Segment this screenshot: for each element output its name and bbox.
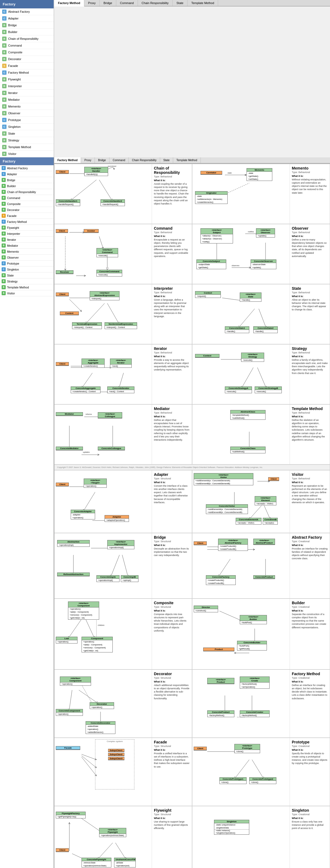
sidebar-item-strategy[interactable]: BStrategy	[0, 137, 54, 144]
sidebar-item-label: Mediator	[7, 244, 18, 247]
tab-bridge[interactable]: Bridge	[95, 157, 110, 163]
sidebar-item-decorator[interactable]: BDecorator	[0, 207, 54, 213]
interpreter-diag: Client Context «interface»AbstractExpres…	[55, 284, 152, 344]
tab-chain-responsibility[interactable]: Chain Responsibility	[138, 0, 173, 6]
concobs-box: ConcreteObserver -observerState +update(…	[250, 259, 276, 269]
sidebar-item-iterator[interactable]: BIterator	[0, 237, 54, 243]
sidebar-item-label: Facade	[7, 214, 17, 217]
sidebar-item-mediator[interactable]: BMediator	[0, 243, 54, 249]
tab-template-method[interactable]: Template Method	[187, 0, 218, 6]
sidebar-item-label: Memento	[7, 250, 19, 253]
sidebar-badge: B	[2, 152, 6, 156]
svg-line-24	[259, 309, 266, 327]
sidebar-item-memento[interactable]: BMemento	[0, 249, 54, 255]
svg-text:updates: updates	[83, 451, 90, 453]
adapter-cell: Client «interface»«Target» +operation() …	[54, 470, 192, 533]
tab-chain-responsibility[interactable]: Chain Responsibility	[129, 157, 160, 163]
sidebar-item-flyweight[interactable]: BFlyweight	[0, 225, 54, 231]
abstractfactory-box: «interface»AbstractFactory +createProduc…	[218, 539, 248, 551]
sidebar-item-prototype[interactable]: CPrototype	[0, 260, 54, 267]
sidebar-item-template-method[interactable]: BTemplate Method	[0, 284, 54, 290]
sidebar-label: Composite	[8, 51, 23, 54]
svg-line-23	[240, 309, 255, 327]
tab-command[interactable]: Command	[116, 0, 138, 6]
sidebar-item-iterator[interactable]: BIterator	[0, 90, 54, 96]
af-client: Client	[194, 541, 207, 545]
sidebar-item-observer[interactable]: BObserver	[0, 110, 54, 117]
sidebar-item-label: Command	[7, 196, 20, 199]
sidebar-item-state[interactable]: BState	[0, 273, 54, 278]
sidebar-item-mediator[interactable]: BMediator	[0, 96, 54, 103]
sidebar-label: Prototype	[8, 118, 21, 122]
receiver-box: Receiver	[56, 270, 73, 274]
tab-factory-method[interactable]: Factory Method	[54, 0, 84, 6]
sidebar-item-facade[interactable]: SFacade	[0, 63, 54, 69]
sidebar-item-prototype[interactable]: CPrototype	[0, 117, 54, 124]
tab-factory-method[interactable]: Factory Method	[54, 157, 81, 163]
sidebar-item-command[interactable]: BCommand	[0, 42, 54, 49]
tabs-bar: Factory MethodProxyBridgeCommandChain Re…	[54, 157, 330, 163]
sidebar-item-singleton[interactable]: CSingleton	[0, 124, 54, 130]
sidebar-item-decorator[interactable]: BDecorator	[0, 56, 54, 63]
sidebar-item-visitor[interactable]: BVisitor	[0, 151, 54, 157]
sidebar-item-command[interactable]: BCommand	[0, 195, 54, 201]
concreteclass-box: ConcreteClass +subMethod()	[230, 446, 266, 453]
sidebar-item-bridge[interactable]: BBridge	[0, 22, 54, 29]
tab-proxy[interactable]: Proxy	[81, 157, 95, 163]
sidebar-item-template-method[interactable]: BTemplate Method	[0, 144, 54, 151]
sidebar-item-singleton[interactable]: CSingleton	[0, 267, 54, 273]
builder-info: Builder Type: Creational What it is: Sep…	[290, 599, 330, 669]
sidebar-item-label: Bridge	[7, 179, 15, 182]
sidebar-item-factory-method[interactable]: CFactory Method	[0, 219, 54, 225]
sidebar-item-builder[interactable]: BBuilder	[0, 183, 54, 189]
sidebar-item-chain-of-responsibility[interactable]: BChain of Responsibility	[0, 189, 54, 195]
sidebar-label: Flyweight	[8, 78, 21, 81]
sidebar-item-memento[interactable]: BMemento	[0, 103, 54, 110]
sidebar-item-abstract-factory[interactable]: CAbstract Factory	[0, 165, 54, 171]
sidebar-item-observer[interactable]: BObserver	[0, 255, 54, 260]
sidebar-badge: C	[2, 261, 6, 266]
sidebar-item-interpreter[interactable]: BInterpreter	[0, 231, 54, 237]
sidebar-item-abstract-factory[interactable]: CAbstract Factory	[0, 8, 54, 15]
iterator-box: «interface»Iterator +next()	[110, 359, 132, 368]
svg-line-32	[258, 368, 266, 386]
tab-bridge[interactable]: Bridge	[100, 0, 116, 6]
sidebar-item-builder[interactable]: BBuilder	[0, 29, 54, 35]
sidebar-item-adapter[interactable]: CAdapter	[0, 15, 54, 22]
tab-state[interactable]: State	[160, 157, 173, 163]
sidebar-label: Memento	[8, 105, 21, 108]
sidebar-item-strategy[interactable]: BStrategy	[0, 278, 54, 284]
tab-proxy[interactable]: Proxy	[84, 0, 100, 6]
context-box: Context	[60, 311, 79, 315]
state-iface: «interface»State +handle()	[240, 292, 262, 302]
tab-command[interactable]: Command	[110, 157, 129, 163]
sidebar-item-label: Adapter	[7, 173, 17, 176]
composite-info: Composite Type: Structural What it is: C…	[152, 599, 192, 669]
tab-state[interactable]: State	[173, 0, 187, 6]
sidebar-heading: Factory	[0, 157, 54, 165]
sidebar-item-interpreter[interactable]: BInterpreter	[0, 83, 54, 90]
sidebar-item-adapter[interactable]: CAdapter	[0, 171, 54, 177]
sidebar-item-factory-method[interactable]: CFactory Method	[0, 69, 54, 76]
svg-line-62	[69, 690, 72, 709]
sidebar-badge: B	[2, 238, 6, 242]
sidebar-badge: B	[2, 111, 6, 115]
sidebar-item-facade[interactable]: SFacade	[0, 213, 54, 219]
fm-product: «interface»Product	[207, 678, 234, 684]
svg-line-78	[115, 843, 125, 858]
sidebar-item-bridge[interactable]: BBridge	[0, 177, 54, 183]
sidebar-item-composite[interactable]: BComposite	[0, 201, 54, 207]
sidebar-item-state[interactable]: BState	[0, 130, 54, 137]
composite-cell: children «interface»Component +operation…	[54, 598, 192, 670]
sidebar-item-composite[interactable]: BComposite	[0, 49, 54, 56]
command-info: Command Type: Behavioral What it is: Enc…	[152, 224, 192, 284]
sidebar-item-flyweight[interactable]: BFlyweight	[0, 76, 54, 83]
singleton-info: Singleton Type: Creational What it is: E…	[290, 806, 330, 868]
tab-template-method[interactable]: Template Method	[173, 157, 201, 163]
sidebar-label: Chain of Responsibility	[8, 37, 38, 40]
sidebar-item-chain-of-responsibility[interactable]: BChain of Responsibility	[0, 35, 54, 42]
sidebar-item-visitor[interactable]: BVisitor	[0, 290, 54, 296]
nonterminal-box: NonterminalExpression +interpret() : Con…	[104, 322, 137, 329]
implementor-box: «interface»Implementor +operationImpl()	[107, 540, 134, 549]
sidebar-item-label: Decorator	[7, 208, 20, 212]
